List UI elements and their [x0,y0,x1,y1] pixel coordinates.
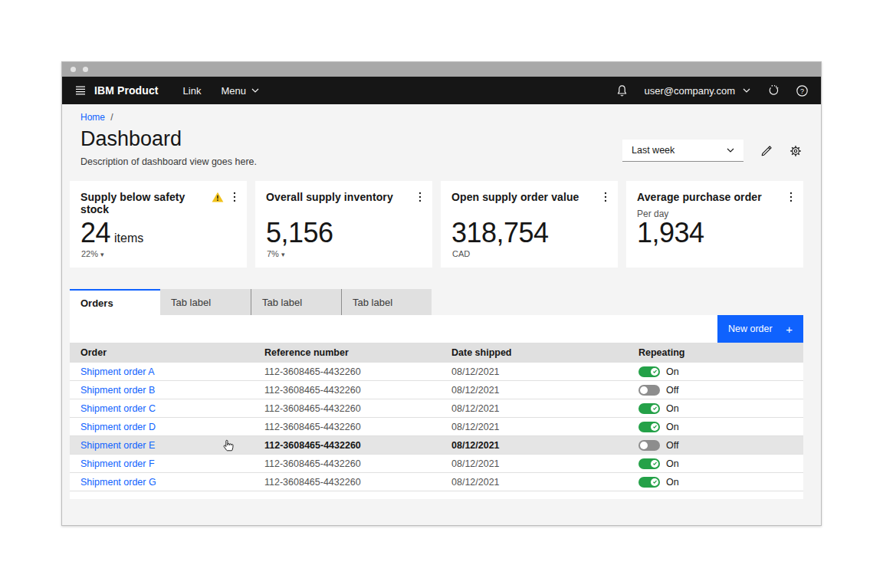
reference-cell: 112-3608465-4432260 [254,366,441,377]
table-row[interactable]: Shipment order G 112-3608465-4432260 08/… [70,473,803,491]
card-open-supply-order-value: Open supply order value 318,754 CAD [441,181,618,268]
date-cell: 08/12/2021 [441,422,628,432]
repeating-toggle[interactable] [638,403,660,414]
breadcrumb-separator: / [110,112,113,123]
edit-pencil-icon[interactable] [760,145,773,157]
caret-down-icon: ▾ [100,251,104,258]
toggle-label: On [666,403,679,414]
hamburger-menu-icon[interactable] [74,84,87,97]
order-link[interactable]: Shipment order C [80,403,156,414]
card-supply-below-safety-stock: Supply below safety stock [70,181,247,268]
user-account-menu[interactable]: user@company.com [645,85,750,97]
settings-gear-icon[interactable] [789,145,802,157]
date-cell: 08/12/2021 [441,403,628,414]
column-header-repeating[interactable]: Repeating [628,347,803,358]
reference-cell: 112-3608465-4432260 [254,458,441,469]
reference-cell: 112-3608465-4432260 [254,477,441,488]
app-header: IBM Product Link Menu user@company.com [62,77,821,104]
card-title: Open supply order value [451,191,579,203]
card-unit: CAD [452,249,470,258]
kebab-menu-icon[interactable] [233,191,236,206]
nav-link[interactable]: Link [183,85,202,97]
toggle-knob [640,442,648,449]
column-header-reference[interactable]: Reference number [254,347,441,358]
toggle-label: On [666,422,679,432]
toggle-knob [651,460,658,468]
date-cell: 08/12/2021 [441,477,628,488]
toggle-label: On [666,477,679,488]
kebab-menu-icon[interactable] [604,191,607,206]
dashboard-controls: Last week [622,140,802,162]
reference-cell: 112-3608465-4432260 [254,440,441,451]
breadcrumb-home-link[interactable]: Home [80,112,105,123]
new-order-button[interactable]: New order + [717,315,803,343]
notifications-bell-icon[interactable] [615,84,629,97]
repeating-toggle[interactable] [638,366,660,377]
column-header-order[interactable]: Order [70,347,254,358]
tab-label-1[interactable]: Tab label [160,289,251,315]
toggle-knob [651,405,658,412]
repeating-toggle[interactable] [638,477,660,488]
period-dropdown[interactable]: Last week [622,140,743,162]
help-icon[interactable]: ? [796,84,809,97]
table-header-row: Order Reference number Date shipped Repe… [70,343,803,363]
order-link[interactable]: Shipment order B [80,385,155,396]
chevron-down-icon [743,88,750,93]
repeating-toggle[interactable] [638,385,660,396]
breadcrumb: Home / [80,112,803,123]
card-trend[interactable]: 22%▾ [81,249,104,258]
period-dropdown-value: Last week [632,145,675,156]
date-cell: 08/12/2021 [441,366,628,377]
toggle-knob [640,386,648,394]
repeating-toggle[interactable] [638,440,660,451]
column-header-date-shipped[interactable]: Date shipped [441,347,628,358]
toggle-knob [651,368,658,376]
table-body: Shipment order A 112-3608465-4432260 08/… [70,363,803,491]
table-row[interactable]: Shipment order F 112-3608465-4432260 08/… [70,455,803,473]
order-link[interactable]: Shipment order E [80,440,155,451]
table-row[interactable]: Shipment order C 112-3608465-4432260 08/… [70,399,803,418]
whats-new-icon[interactable] [766,84,780,97]
table-row[interactable]: Shipment order D 112-3608465-4432260 08/… [70,418,803,436]
window-dot [83,67,88,72]
card-overall-supply-inventory: Overall supply inventory 5,156 7%▾ [255,181,432,268]
date-cell: 08/12/2021 [441,440,628,451]
toggle-label: Off [666,440,678,451]
card-average-purchase-order: Average purchase order Per day 1,934 [626,181,803,268]
card-title: Overall supply inventory [266,191,393,203]
order-link[interactable]: Shipment order G [80,477,156,488]
tab-orders[interactable]: Orders [70,289,160,315]
card-value: 1,934 [637,217,704,249]
reference-cell: 112-3608465-4432260 [254,422,441,432]
repeating-toggle[interactable] [638,422,660,432]
date-cell: 08/12/2021 [441,458,628,469]
page-content: Home / Dashboard Description of dashboar… [62,104,821,525]
svg-text:?: ? [800,87,804,94]
table-toolbar: New order + [70,315,803,343]
kebab-menu-icon[interactable] [419,191,422,206]
toggle-label: Off [666,385,678,396]
table-row[interactable]: Shipment order B 112-3608465-4432260 08/… [70,381,803,399]
repeating-toggle[interactable] [638,458,660,469]
orders-table: New order + Order Reference number Date … [70,315,803,499]
tab-label-2[interactable]: Tab label [251,289,341,315]
kebab-menu-icon[interactable] [789,191,793,206]
chevron-down-icon [727,148,734,153]
reference-cell: 112-3608465-4432260 [254,403,441,414]
table-row[interactable]: Shipment order A 112-3608465-4432260 08/… [70,363,803,381]
toggle-label: On [666,458,679,469]
order-link[interactable]: Shipment order A [80,366,155,377]
metric-cards: Supply below safety stock [70,181,803,268]
window-dot [71,67,76,72]
browser-window: IBM Product Link Menu user@company.com [61,61,822,526]
card-trend[interactable]: 7%▾ [267,249,284,258]
warning-icon [212,192,224,205]
order-link[interactable]: Shipment order F [80,458,155,469]
order-link[interactable]: Shipment order D [80,422,156,432]
card-title: Supply below safety stock [80,191,212,215]
tab-label-3[interactable]: Tab label [341,289,432,315]
toggle-knob [651,478,658,486]
table-row[interactable]: Shipment order E 112-3608465-4432260 08/… [70,436,803,455]
card-title: Average purchase order [637,191,762,203]
nav-menu[interactable]: Menu [221,85,259,97]
